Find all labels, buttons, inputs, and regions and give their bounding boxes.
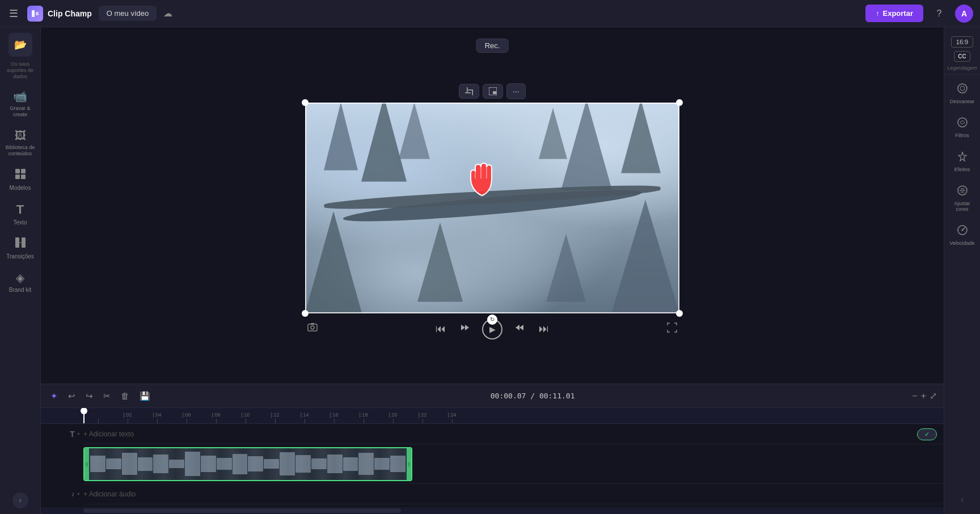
hamburger-menu[interactable]: ☰ <box>7 5 20 22</box>
save-frame-button[interactable]: 💾 <box>137 389 153 403</box>
handle-bottom-left[interactable] <box>302 310 309 317</box>
user-avatar[interactable]: A <box>955 5 973 23</box>
help-button[interactable]: ? <box>930 5 948 23</box>
right-tool-desvanear[interactable]: Desvanear <box>948 78 977 109</box>
redo-button[interactable]: ↪ <box>83 389 96 403</box>
captions-badge[interactable]: CC <box>954 51 970 62</box>
zoom-out-button[interactable]: − <box>912 391 917 401</box>
export-button[interactable]: ↑ Exportar <box>865 5 923 22</box>
svg-rect-10 <box>467 87 468 93</box>
ruler-mark-2: |:04 <box>142 412 172 423</box>
timeline-playhead[interactable] <box>83 408 85 423</box>
sidebar-item-templates[interactable]: Modelos <box>3 164 37 196</box>
library-icon: 🖼 <box>15 129 26 142</box>
sidebar-transitions-label: Transições <box>6 253 34 260</box>
pip-button[interactable] <box>483 84 503 99</box>
scrollbar-thumb[interactable] <box>83 508 401 513</box>
ruler-mark-8: |:16 <box>319 412 349 423</box>
efeitos-icon <box>957 151 968 165</box>
video-canvas[interactable] <box>305 103 679 313</box>
app-name: Clip Champ <box>48 9 92 18</box>
zoom-in-button[interactable]: + <box>921 391 926 401</box>
delete-button[interactable]: 🗑 <box>118 389 132 402</box>
svg-rect-6 <box>21 175 26 179</box>
svg-rect-4 <box>21 169 26 173</box>
ruler-mark-11: |:22 <box>408 412 437 423</box>
crop-button[interactable] <box>459 84 479 99</box>
ruler-mark-4: |:08 <box>201 412 231 423</box>
video-preview-area: Rec. ··· <box>41 27 944 384</box>
fullscreen-button[interactable] <box>665 320 679 338</box>
brandkit-icon: ◈ <box>16 271 24 284</box>
sidebar-media-folder[interactable]: 📂 <box>9 33 32 57</box>
ruler-mark-10: |:20 <box>378 412 408 423</box>
video-toolbar: ··· <box>459 83 526 99</box>
clip-handle-right[interactable]: || <box>407 448 411 480</box>
sidebar-item-text[interactable]: T Texto <box>3 198 37 230</box>
right-tool-velocidade[interactable]: Velocidade <box>948 220 977 250</box>
skip-forward-button[interactable]: ⏭ <box>537 321 551 337</box>
sidebar-item-brandkit[interactable]: ◈ Brand kit <box>3 266 37 298</box>
left-sidebar: 📂 Os seus suportes de dados 📹 Gravar &cr… <box>0 27 41 514</box>
right-tool-ajustar[interactable]: Ajustar cores <box>948 180 977 216</box>
add-audio-label: + Adicionar áudio <box>83 490 136 498</box>
app-logo: Clip Champ <box>27 6 92 22</box>
handle-top-left[interactable] <box>302 99 309 106</box>
sidebar-item-library[interactable]: 🖼 Biblioteca deconteúdos <box>3 125 37 162</box>
rotate-handle[interactable]: ↻ <box>487 315 497 325</box>
handle-top-right[interactable] <box>676 99 683 106</box>
cut-button[interactable]: ✂ <box>100 389 113 403</box>
aspect-ratio-badge[interactable]: 16:9 <box>951 36 973 48</box>
svg-rect-8 <box>22 237 26 248</box>
topbar: ☰ Clip Champ O meu vídeo ☁ ↑ Exportar ? … <box>0 0 980 27</box>
ruler-mark-9: |:18 <box>349 412 378 423</box>
timeline: ✦ ↩ ↪ ✂ 🗑 💾 00:00.07 / 00:11.01 − + ⤢ <box>41 384 944 514</box>
handle-bottom-right[interactable] <box>676 310 683 317</box>
transitions-icon <box>15 237 26 251</box>
rec-badge[interactable]: Rec. <box>476 39 509 53</box>
sidebar-record-label: Gravar &create <box>10 105 30 118</box>
main-layout: 📂 Os seus suportes de dados 📹 Gravar &cr… <box>0 27 980 514</box>
svg-rect-5 <box>15 175 20 179</box>
video-clip[interactable]: || || <box>83 447 412 481</box>
skip-back-button[interactable]: ⏮ <box>433 321 448 337</box>
audio-track-icon: ♪ <box>71 490 75 498</box>
right-tool-filtros[interactable]: Filtros <box>948 112 977 143</box>
sidebar-media-label: Os seus suportes de dados <box>3 61 37 79</box>
velocidade-icon <box>957 224 968 239</box>
audio-track-plus: + <box>77 491 80 497</box>
zoom-fit-button[interactable]: ⤢ <box>930 390 937 401</box>
add-text-track[interactable]: T + + Adicionar texto <box>83 424 944 444</box>
audio-track-label: ♪ + <box>43 490 82 498</box>
screenshot-button[interactable] <box>305 320 320 338</box>
forward-button[interactable] <box>512 320 527 338</box>
right-sidebar: 16:9 CC Legendagem Desvanear Filtros Efe… <box>944 27 980 514</box>
svg-rect-15 <box>493 91 496 94</box>
sidebar-item-record[interactable]: 📹 Gravar &create <box>3 85 37 122</box>
timeline-scrollbar[interactable] <box>41 507 944 514</box>
timeline-toolbar: ✦ ↩ ↪ ✂ 🗑 💾 00:00.07 / 00:11.01 − + ⤢ <box>41 384 944 408</box>
rewind-button[interactable] <box>457 320 473 338</box>
snow-overlay <box>305 103 679 313</box>
current-tab[interactable]: O meu vídeo <box>99 6 157 21</box>
clip-handle-left[interactable]: || <box>85 448 89 480</box>
text-track-icon: T <box>70 430 75 439</box>
snap-button[interactable]: ✦ <box>48 389 61 403</box>
svg-point-23 <box>960 86 965 91</box>
ajustar-label: Ajustar cores <box>950 201 975 212</box>
ruler-mark-6: |:12 <box>260 412 290 423</box>
right-sidebar-collapse[interactable]: ‹ <box>956 490 968 508</box>
svg-point-24 <box>958 118 967 127</box>
sidebar-item-transitions[interactable]: Transições <box>3 232 37 264</box>
add-audio-track[interactable]: ♪ + + Adicionar áudio <box>83 484 944 504</box>
ruler-marks: |:02 |:04 |:06 |:08 |:10 |:12 |:14 |:16 … <box>83 412 467 423</box>
sidebar-collapse-button[interactable]: › <box>12 492 28 508</box>
svg-point-27 <box>961 230 963 231</box>
more-options-button[interactable]: ··· <box>506 83 526 99</box>
svg-rect-2 <box>36 12 39 15</box>
ruler-mark-12: |:24 <box>437 412 467 423</box>
undo-button[interactable]: ↩ <box>65 389 78 403</box>
cloud-save-icon: ☁ <box>163 8 172 19</box>
playback-left <box>305 320 320 338</box>
right-tool-efeitos[interactable]: Efeitos <box>948 146 977 177</box>
